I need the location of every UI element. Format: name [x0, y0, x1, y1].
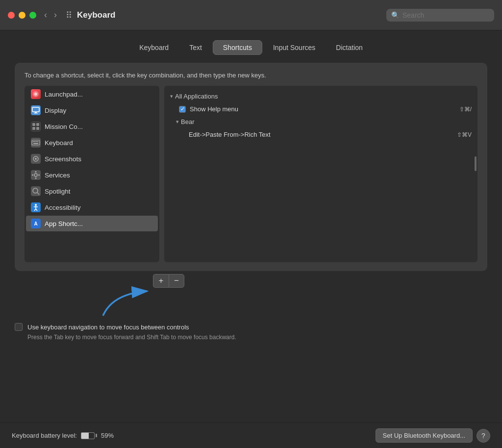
svg-rect-2 [32, 107, 39, 112]
sidebar-label-mission: Mission Co... [45, 123, 83, 130]
show-help-menu-keys: ⇧⌘/ [459, 106, 472, 113]
battery-percent: 59% [101, 432, 114, 439]
battery-body [81, 432, 95, 439]
sidebar-item-spotlight[interactable]: Spotlight [26, 183, 158, 199]
tab-input-sources[interactable]: Input Sources [263, 40, 325, 55]
sidebar-label-keyboard: Keyboard [45, 139, 73, 147]
search-icon: 🔍 [391, 11, 400, 19]
sidebar-item-display[interactable]: Display [26, 102, 158, 118]
show-help-menu-label: Show Help menu [190, 105, 455, 113]
sidebar-item-keyboard[interactable]: Keyboard [26, 135, 158, 150]
status-bar: Keyboard battery level: 59% Set Up Bluet… [0, 423, 502, 448]
close-button[interactable] [8, 12, 15, 19]
svg-rect-14 [33, 143, 38, 144]
checkbox-row: Use keyboard navigation to move focus be… [15, 323, 487, 331]
sidebar-label-screenshots: Screenshots [45, 155, 81, 163]
search-input[interactable] [402, 11, 489, 19]
minimize-button[interactable] [19, 12, 25, 19]
sidebar-label-services: Services [45, 172, 70, 179]
bear-label: Bear [181, 118, 194, 125]
svg-rect-8 [36, 127, 39, 130]
search-box[interactable]: 🔍 [386, 9, 494, 22]
tab-dictation[interactable]: Dictation [326, 40, 372, 55]
appshortcuts-icon: A [31, 219, 41, 228]
svg-point-16 [35, 158, 37, 160]
tabs-bar: Keyboard Text Shortcuts Input Sources Di… [15, 40, 487, 55]
svg-rect-9 [32, 140, 40, 145]
battery-fill [81, 433, 89, 439]
checkbox-label: Use keyboard navigation to move focus be… [27, 324, 189, 331]
keyboard-nav-checkbox[interactable] [15, 323, 23, 331]
keyboard-icon [31, 138, 41, 148]
helper-text: Press the Tab key to move focus forward … [27, 334, 487, 341]
svg-point-21 [38, 174, 40, 176]
sidebar-label-launchpad: Launchpad... [45, 91, 83, 98]
svg-line-28 [36, 209, 37, 211]
back-button[interactable]: ‹ [42, 10, 49, 20]
forward-button[interactable]: › [52, 10, 59, 20]
svg-point-17 [34, 174, 37, 176]
svg-text:A: A [34, 221, 37, 226]
shortcuts-panel: To change a shortcut, select it, click t… [15, 63, 487, 271]
battery-info: Keyboard battery level: 59% [12, 432, 114, 439]
edit-paste-label: Edit->Paste From->Rich Text [189, 131, 453, 138]
svg-rect-12 [36, 141, 37, 142]
main-content: Keyboard Text Shortcuts Input Sources Di… [0, 30, 502, 358]
battery-tip-icon [96, 434, 97, 437]
sidebar-label-accessibility: Accessibility [45, 204, 81, 211]
svg-point-1 [34, 93, 37, 96]
svg-point-19 [35, 177, 37, 179]
battery-label: Keyboard battery level: [12, 432, 77, 439]
panel-body: Launchpad... Display Mission Co... [25, 86, 477, 262]
all-applications-label: All Applications [175, 93, 218, 100]
maximize-button[interactable] [29, 12, 36, 19]
sidebar-list: Launchpad... Display Mission Co... [25, 86, 159, 262]
edit-paste-keys: ⇧⌘V [457, 131, 472, 138]
tab-keyboard[interactable]: Keyboard [129, 40, 178, 55]
shortcut-show-help-menu[interactable]: ✓ Show Help menu ⇧⌘/ [164, 103, 477, 115]
svg-rect-6 [36, 123, 39, 126]
sidebar-item-launchpad[interactable]: Launchpad... [26, 86, 158, 102]
show-help-menu-checkbox[interactable]: ✓ [179, 106, 186, 113]
remove-shortcut-button[interactable]: − [169, 274, 184, 288]
mission-icon [31, 122, 41, 131]
tab-text[interactable]: Text [179, 40, 212, 55]
spotlight-icon [31, 186, 41, 196]
launchpad-icon [31, 89, 41, 99]
svg-point-22 [33, 188, 38, 193]
accessibility-icon [31, 202, 41, 212]
svg-rect-4 [34, 113, 38, 114]
titlebar: ‹ › ⠿ Keyboard 🔍 [0, 0, 502, 30]
sidebar-item-accessibility[interactable]: Accessibility [26, 199, 158, 215]
sidebar-item-appshortcuts[interactable]: A App Shortc... [26, 216, 158, 231]
checkmark-icon: ✓ [180, 106, 185, 112]
bottom-section: Use keyboard navigation to move focus be… [15, 323, 487, 348]
setup-bluetooth-button[interactable]: Set Up Bluetooth Keyboard... [376, 428, 473, 443]
shortcut-edit-paste[interactable]: Edit->Paste From->Rich Text ⇧⌘V [164, 128, 477, 141]
tab-shortcuts[interactable]: Shortcuts [213, 40, 262, 55]
svg-rect-11 [34, 141, 35, 142]
add-remove-container: + − [15, 274, 487, 313]
chevron-all-applications-icon: ▾ [170, 93, 173, 100]
sidebar-label-spotlight: Spotlight [45, 188, 71, 195]
instruction-text: To change a shortcut, select it, click t… [25, 72, 477, 79]
app-grid-button[interactable]: ⠿ [66, 10, 72, 21]
svg-point-24 [35, 204, 37, 206]
group-all-applications[interactable]: ▾ All Applications [164, 90, 477, 103]
services-icon [31, 170, 41, 180]
group-bear[interactable]: ▾ Bear [164, 115, 477, 128]
chevron-bear-icon: ▾ [176, 119, 179, 125]
shortcuts-right-panel: ▾ All Applications ✓ Show Help menu ⇧⌘/ … [164, 86, 477, 262]
svg-rect-3 [35, 112, 37, 113]
display-icon [31, 105, 41, 115]
sidebar-item-services[interactable]: Services [26, 167, 158, 183]
nav-arrows: ‹ › [42, 10, 59, 20]
sidebar-item-mission[interactable]: Mission Co... [26, 119, 158, 134]
window-controls [8, 12, 36, 19]
svg-point-18 [35, 171, 37, 173]
sidebar-item-screenshots[interactable]: Screenshots [26, 151, 158, 167]
svg-rect-7 [32, 127, 35, 130]
battery-icon [81, 432, 97, 439]
svg-rect-10 [33, 141, 34, 142]
help-button[interactable]: ? [477, 429, 490, 443]
